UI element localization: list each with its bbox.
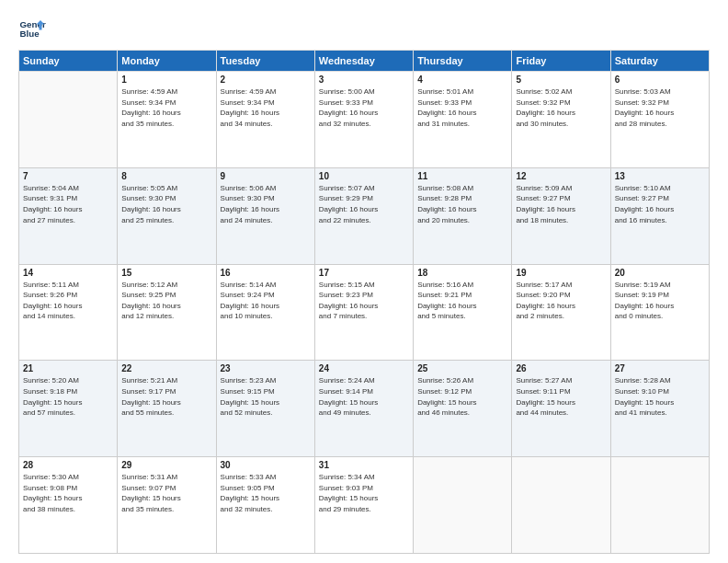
- calendar-cell: 21Sunrise: 5:20 AMSunset: 9:18 PMDayligh…: [19, 361, 118, 457]
- header: General Blue: [18, 15, 710, 42]
- day-info: Sunrise: 5:08 AMSunset: 9:28 PMDaylight:…: [417, 183, 507, 225]
- calendar-cell: 6Sunrise: 5:03 AMSunset: 9:32 PMDaylight…: [610, 72, 709, 168]
- calendar-cell: 3Sunrise: 5:00 AMSunset: 9:33 PMDaylight…: [314, 72, 413, 168]
- day-info: Sunrise: 5:03 AMSunset: 9:32 PMDaylight:…: [615, 86, 705, 129]
- day-number: 7: [23, 171, 113, 181]
- calendar-cell: 19Sunrise: 5:17 AMSunset: 9:20 PMDayligh…: [512, 264, 610, 361]
- weekday-header-sunday: Sunday: [19, 51, 118, 72]
- day-info: Sunrise: 5:02 AMSunset: 9:32 PMDaylight:…: [516, 86, 606, 129]
- day-number: 19: [516, 268, 606, 278]
- day-info: Sunrise: 5:23 AMSunset: 9:15 PMDaylight:…: [221, 375, 311, 418]
- day-number: 17: [319, 268, 409, 278]
- day-number: 9: [221, 171, 311, 181]
- day-info: Sunrise: 5:09 AMSunset: 9:27 PMDaylight:…: [516, 183, 606, 225]
- weekday-header-tuesday: Tuesday: [216, 51, 314, 72]
- calendar-page: General Blue SundayMondayTuesdayWednesda…: [0, 0, 728, 563]
- day-info: Sunrise: 5:12 AMSunset: 9:25 PMDaylight:…: [121, 280, 211, 322]
- day-number: 30: [221, 460, 311, 470]
- calendar-cell: [512, 457, 610, 554]
- day-number: 8: [121, 171, 211, 181]
- logo-icon: General Blue: [18, 15, 46, 42]
- weekday-header-wednesday: Wednesday: [314, 51, 413, 72]
- logo: General Blue: [18, 15, 46, 42]
- day-info: Sunrise: 5:14 AMSunset: 9:24 PMDaylight:…: [221, 280, 311, 322]
- day-info: Sunrise: 5:05 AMSunset: 9:30 PMDaylight:…: [121, 183, 211, 225]
- day-number: 13: [615, 171, 705, 181]
- calendar-cell: 11Sunrise: 5:08 AMSunset: 9:28 PMDayligh…: [414, 167, 512, 264]
- weekday-header-saturday: Saturday: [610, 51, 709, 72]
- day-info: Sunrise: 5:19 AMSunset: 9:19 PMDaylight:…: [615, 280, 705, 322]
- day-number: 22: [121, 363, 211, 373]
- day-info: Sunrise: 5:26 AMSunset: 9:12 PMDaylight:…: [417, 375, 507, 418]
- calendar-table: SundayMondayTuesdayWednesdayThursdayFrid…: [18, 50, 710, 554]
- day-number: 10: [319, 171, 409, 181]
- day-info: Sunrise: 5:24 AMSunset: 9:14 PMDaylight:…: [319, 375, 409, 418]
- day-number: 11: [417, 171, 507, 181]
- weekday-header-thursday: Thursday: [414, 51, 512, 72]
- weekday-row: SundayMondayTuesdayWednesdayThursdayFrid…: [19, 51, 710, 72]
- day-number: 16: [221, 268, 311, 278]
- day-info: Sunrise: 5:28 AMSunset: 9:10 PMDaylight:…: [615, 375, 705, 418]
- calendar-cell: 20Sunrise: 5:19 AMSunset: 9:19 PMDayligh…: [610, 264, 709, 361]
- calendar-cell: 17Sunrise: 5:15 AMSunset: 9:23 PMDayligh…: [314, 264, 413, 361]
- day-number: 15: [121, 268, 211, 278]
- calendar-cell: 26Sunrise: 5:27 AMSunset: 9:11 PMDayligh…: [512, 361, 610, 457]
- calendar-cell: 29Sunrise: 5:31 AMSunset: 9:07 PMDayligh…: [118, 457, 216, 554]
- week-row-1: 1Sunrise: 4:59 AMSunset: 9:34 PMDaylight…: [19, 72, 710, 168]
- day-info: Sunrise: 5:33 AMSunset: 9:05 PMDaylight:…: [221, 472, 311, 514]
- day-info: Sunrise: 4:59 AMSunset: 9:34 PMDaylight:…: [121, 86, 211, 129]
- day-number: 26: [516, 363, 606, 373]
- calendar-cell: 2Sunrise: 4:59 AMSunset: 9:34 PMDaylight…: [216, 72, 314, 168]
- day-number: 12: [516, 171, 606, 181]
- day-number: 4: [417, 75, 507, 85]
- day-info: Sunrise: 4:59 AMSunset: 9:34 PMDaylight:…: [221, 86, 311, 129]
- day-info: Sunrise: 5:07 AMSunset: 9:29 PMDaylight:…: [319, 183, 409, 225]
- calendar-cell: [19, 72, 118, 168]
- day-number: 28: [23, 460, 113, 470]
- calendar-cell: 4Sunrise: 5:01 AMSunset: 9:33 PMDaylight…: [414, 72, 512, 168]
- calendar-cell: 15Sunrise: 5:12 AMSunset: 9:25 PMDayligh…: [118, 264, 216, 361]
- day-info: Sunrise: 5:17 AMSunset: 9:20 PMDaylight:…: [516, 280, 606, 322]
- day-info: Sunrise: 5:06 AMSunset: 9:30 PMDaylight:…: [221, 183, 311, 225]
- calendar-cell: 14Sunrise: 5:11 AMSunset: 9:26 PMDayligh…: [19, 264, 118, 361]
- calendar-cell: 30Sunrise: 5:33 AMSunset: 9:05 PMDayligh…: [216, 457, 314, 554]
- calendar-cell: 7Sunrise: 5:04 AMSunset: 9:31 PMDaylight…: [19, 167, 118, 264]
- calendar-cell: 23Sunrise: 5:23 AMSunset: 9:15 PMDayligh…: [216, 361, 314, 457]
- day-number: 5: [516, 75, 606, 85]
- calendar-cell: 16Sunrise: 5:14 AMSunset: 9:24 PMDayligh…: [216, 264, 314, 361]
- calendar-cell: 31Sunrise: 5:34 AMSunset: 9:03 PMDayligh…: [314, 457, 413, 554]
- svg-text:Blue: Blue: [20, 29, 40, 39]
- day-number: 20: [615, 268, 705, 278]
- day-info: Sunrise: 5:30 AMSunset: 9:08 PMDaylight:…: [23, 472, 113, 514]
- calendar-cell: [610, 457, 709, 554]
- weekday-header-friday: Friday: [512, 51, 610, 72]
- calendar-cell: 25Sunrise: 5:26 AMSunset: 9:12 PMDayligh…: [414, 361, 512, 457]
- day-info: Sunrise: 5:15 AMSunset: 9:23 PMDaylight:…: [319, 280, 409, 322]
- day-number: 23: [221, 363, 311, 373]
- calendar-body: 1Sunrise: 4:59 AMSunset: 9:34 PMDaylight…: [19, 72, 710, 554]
- day-info: Sunrise: 5:10 AMSunset: 9:27 PMDaylight:…: [615, 183, 705, 225]
- day-info: Sunrise: 5:04 AMSunset: 9:31 PMDaylight:…: [23, 183, 113, 225]
- day-number: 31: [319, 460, 409, 470]
- day-number: 14: [23, 268, 113, 278]
- week-row-3: 14Sunrise: 5:11 AMSunset: 9:26 PMDayligh…: [19, 264, 710, 361]
- day-number: 27: [615, 363, 705, 373]
- calendar-cell: 13Sunrise: 5:10 AMSunset: 9:27 PMDayligh…: [610, 167, 709, 264]
- day-number: 25: [417, 363, 507, 373]
- calendar-cell: 8Sunrise: 5:05 AMSunset: 9:30 PMDaylight…: [118, 167, 216, 264]
- day-info: Sunrise: 5:21 AMSunset: 9:17 PMDaylight:…: [121, 375, 211, 418]
- calendar-header: SundayMondayTuesdayWednesdayThursdayFrid…: [19, 51, 710, 72]
- calendar-cell: 12Sunrise: 5:09 AMSunset: 9:27 PMDayligh…: [512, 167, 610, 264]
- day-info: Sunrise: 5:00 AMSunset: 9:33 PMDaylight:…: [319, 86, 409, 129]
- calendar-cell: 18Sunrise: 5:16 AMSunset: 9:21 PMDayligh…: [414, 264, 512, 361]
- day-number: 1: [121, 75, 211, 85]
- day-number: 29: [121, 460, 211, 470]
- day-number: 2: [221, 75, 311, 85]
- day-info: Sunrise: 5:27 AMSunset: 9:11 PMDaylight:…: [516, 375, 606, 418]
- day-info: Sunrise: 5:34 AMSunset: 9:03 PMDaylight:…: [319, 472, 409, 514]
- calendar-cell: 1Sunrise: 4:59 AMSunset: 9:34 PMDaylight…: [118, 72, 216, 168]
- week-row-4: 21Sunrise: 5:20 AMSunset: 9:18 PMDayligh…: [19, 361, 710, 457]
- calendar-cell: 22Sunrise: 5:21 AMSunset: 9:17 PMDayligh…: [118, 361, 216, 457]
- day-number: 3: [319, 75, 409, 85]
- day-info: Sunrise: 5:01 AMSunset: 9:33 PMDaylight:…: [417, 86, 507, 129]
